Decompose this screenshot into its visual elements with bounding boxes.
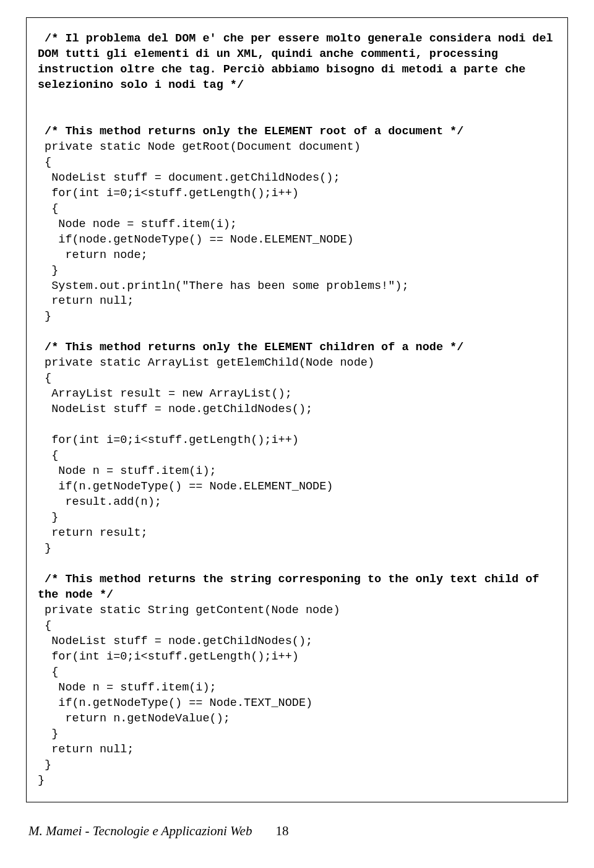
code-line: private static ArrayList getElemChild(No… [38, 356, 374, 369]
code-line: if(n.getNodeType() == Node.ELEMENT_NODE) [38, 480, 333, 493]
code-line: NodeList stuff = document.getChildNodes(… [38, 171, 340, 184]
code-line: System.out.println("There has been some … [38, 280, 409, 293]
code-line: Node n = stuff.item(i); [38, 465, 217, 478]
page-container: /* Il problema del DOM e' che per essere… [0, 0, 594, 851]
code-block: /* Il problema del DOM e' che per essere… [26, 17, 568, 802]
code-line: { [38, 666, 58, 679]
comment-method-3: /* This method returns the string corres… [38, 573, 546, 601]
code-line: for(int i=0;i<stuff.getLength();i++) [38, 650, 299, 663]
code-line: } [38, 264, 58, 277]
code-line: NodeList stuff = node.getChildNodes(); [38, 635, 312, 648]
code-line: result.add(n); [38, 496, 161, 509]
code-line: } [38, 542, 51, 555]
code-line: Node node = stuff.item(i); [38, 218, 237, 231]
code-line: ArrayList result = new ArrayList(); [38, 387, 292, 400]
code-line: NodeList stuff = node.getChildNodes(); [38, 403, 312, 416]
code-line: private static String getContent(Node no… [38, 604, 340, 617]
code-line: return result; [38, 526, 148, 539]
code-line: { [38, 156, 51, 169]
code-line: } [38, 774, 45, 787]
code-line: for(int i=0;i<stuff.getLength();i++) [38, 187, 299, 200]
code-line: for(int i=0;i<stuff.getLength();i++) [38, 434, 299, 447]
comment-method-1: /* This method returns only the ELEMENT … [38, 125, 463, 138]
comment-method-2: /* This method returns only the ELEMENT … [38, 341, 463, 354]
page-number: 18 [275, 823, 288, 838]
code-line: { [38, 202, 58, 215]
code-line: } [38, 728, 58, 741]
code-line: private static Node getRoot(Document doc… [38, 140, 361, 153]
code-line: { [38, 372, 51, 385]
code-line: return node; [38, 249, 148, 262]
code-line: { [38, 619, 51, 632]
code-line: return null; [38, 294, 134, 307]
code-line: } [38, 310, 51, 323]
code-line: } [38, 758, 51, 771]
page-footer: M. Mamei - Tecnologie e Applicazioni Web… [26, 823, 568, 839]
code-line: return null; [38, 743, 134, 756]
comment-intro: /* Il problema del DOM e' che per essere… [38, 32, 560, 92]
footer-text: M. Mamei - Tecnologie e Applicazioni Web [28, 823, 252, 838]
code-line: Node n = stuff.item(i); [38, 681, 217, 694]
code-line: { [38, 449, 58, 462]
code-line: if(node.getNodeType() == Node.ELEMENT_NO… [38, 233, 354, 246]
code-line: return n.getNodeValue(); [38, 712, 230, 725]
code-line: if(n.getNodeType() == Node.TEXT_NODE) [38, 697, 312, 710]
code-line: } [38, 511, 58, 524]
